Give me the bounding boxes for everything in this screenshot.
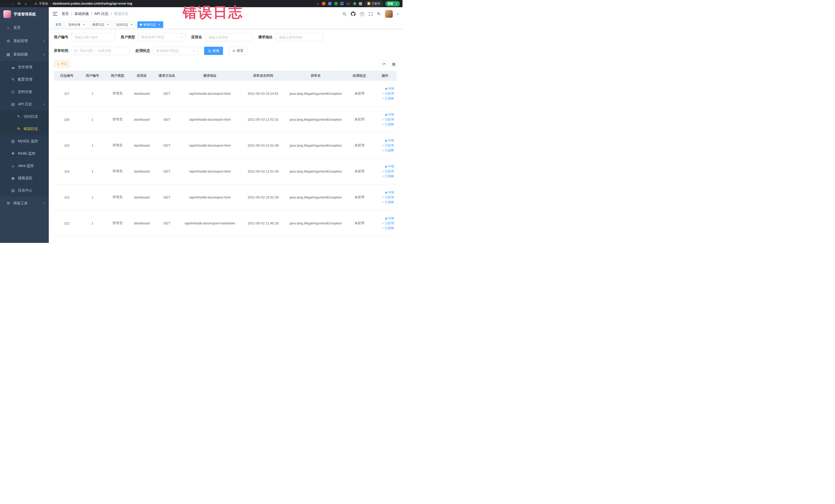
- sidebar-item-java-monitor[interactable]: ☕ Java 监控: [0, 160, 49, 172]
- processed-link[interactable]: ✓已处理: [375, 221, 394, 226]
- sidebar-toggle-icon[interactable]: [53, 12, 58, 16]
- process-status-select[interactable]: 请选择处理状态 ∨: [153, 47, 199, 55]
- cell-exception-time: 2021-05-03 23:13:51: [240, 81, 286, 106]
- sidebar-item-mysql-monitor[interactable]: ▥ MySQL 监控: [0, 135, 49, 147]
- sidebar-item-log-center[interactable]: ▤ 日志中心: [0, 184, 49, 197]
- ignored-link[interactable]: ✓已忽略: [375, 122, 394, 127]
- back-icon[interactable]: ←: [3, 0, 9, 7]
- not-secure-warning-icon[interactable]: ⚠: [34, 2, 37, 5]
- extension-paw-icon[interactable]: [359, 2, 362, 5]
- address-bar[interactable]: ⚠ 不安全 | dashboard.yudao.iocoder.cn/infra…: [32, 1, 313, 7]
- sidebar-item-config-management[interactable]: ✎ 配置管理: [0, 74, 49, 86]
- cloud-icon: ☁: [10, 65, 16, 69]
- browser-menu-icon[interactable]: ⋮: [395, 2, 398, 5]
- extension-leaf-icon[interactable]: [353, 2, 356, 5]
- tab-access-logs[interactable]: 访问日志 ×: [114, 21, 136, 28]
- extension-on-badge[interactable]: on: [346, 2, 351, 5]
- processed-link[interactable]: ✓已处理: [375, 117, 394, 122]
- caret-down-icon[interactable]: ▾: [397, 13, 399, 15]
- sidebar-item-home[interactable]: ⌂ 首页: [0, 21, 49, 35]
- col-user-id: 用户编号: [80, 71, 105, 81]
- export-button[interactable]: 导出: [54, 61, 70, 67]
- sidebar-item-dev-tools[interactable]: ⚒ 研发工具 ∨: [0, 197, 49, 210]
- detail-link[interactable]: ◉详细: [375, 216, 394, 221]
- breadcrumb-api-logs[interactable]: API 日志: [95, 12, 108, 16]
- ignored-link[interactable]: ✓已忽略: [375, 226, 394, 230]
- bookmark-star-icon[interactable]: ☆: [316, 2, 320, 6]
- font-size-icon[interactable]: TT: [377, 12, 381, 16]
- reset-button[interactable]: ⟳ 重置: [229, 47, 247, 55]
- breadcrumb-infrastructure[interactable]: 基础设施: [75, 12, 89, 16]
- extension-icon-blue[interactable]: [328, 2, 332, 5]
- detail-link[interactable]: ◉详细: [375, 190, 394, 195]
- processed-label: 已处理: [385, 118, 394, 121]
- user-id-input[interactable]: [72, 33, 115, 41]
- processed-link[interactable]: ✓已处理: [375, 195, 394, 200]
- cell-user-type: 管理员: [105, 106, 130, 133]
- user-type-select[interactable]: 请选择用户类型 ∨: [138, 33, 186, 41]
- ignored-link[interactable]: ✓已忽略: [375, 174, 394, 179]
- sidebar: 芋道管理系统 ⌂ 首页 ⚙ 系统管理 ∨ ▦ 基础设施 ∧ ☁ 文件管理 ✎ 配…: [0, 7, 49, 243]
- fullscreen-icon[interactable]: [369, 12, 373, 16]
- cell-user-type: 管理员: [105, 184, 130, 210]
- tab-home[interactable]: 首页: [53, 21, 64, 28]
- cell-user-id: 1: [80, 133, 105, 158]
- extension-icon-green[interactable]: [334, 2, 338, 5]
- cell-user-id: 1: [80, 210, 105, 236]
- detail-link[interactable]: ◉详细: [375, 164, 394, 169]
- browser-update-button[interactable]: 更新 ⋮: [385, 1, 400, 6]
- processed-link[interactable]: ✓已处理: [375, 169, 394, 174]
- sidebar-item-file-management[interactable]: ☁ 文件管理: [0, 61, 49, 74]
- close-icon[interactable]: ×: [106, 23, 109, 26]
- cell-status: 未处理: [345, 81, 373, 106]
- breadcrumb-home[interactable]: 首页: [62, 12, 69, 16]
- help-icon[interactable]: ?: [360, 12, 364, 16]
- search-icon[interactable]: [342, 12, 347, 16]
- ignored-link[interactable]: ✓已忽略: [375, 200, 394, 205]
- close-icon[interactable]: ×: [130, 23, 133, 26]
- processed-label: 已处理: [385, 143, 394, 147]
- close-icon[interactable]: ×: [157, 23, 161, 26]
- close-icon[interactable]: ×: [82, 23, 85, 26]
- sidebar-item-redis-monitor[interactable]: ❖ Redis 监控: [0, 147, 49, 160]
- extension-icon-red[interactable]: [322, 2, 325, 5]
- refresh-table-button[interactable]: ⟳: [381, 60, 388, 67]
- exception-time-label: 异常时间: [54, 48, 68, 53]
- sidebar-item-api-logs[interactable]: ▤ API 日志 ∧: [0, 98, 49, 110]
- detail-link[interactable]: ◉详细: [375, 86, 394, 91]
- ignored-link[interactable]: ✓已忽略: [375, 96, 394, 101]
- sidebar-item-system-management[interactable]: ⚙ 系统管理 ∨: [0, 35, 49, 48]
- paused-badge[interactable]: 已暂停: [365, 1, 383, 6]
- extension-grid-icon[interactable]: [340, 2, 343, 5]
- column-settings-button[interactable]: ▦: [390, 60, 398, 67]
- github-icon[interactable]: [351, 12, 355, 16]
- tab-error-logs[interactable]: 错误日志 ×: [137, 21, 163, 28]
- app-name-input[interactable]: [205, 33, 252, 41]
- date-range-picker[interactable]: 开始日期 - 结束日期: [72, 47, 130, 55]
- tab-schedule-logs[interactable]: 调度日志 ×: [89, 21, 112, 28]
- tab-scheduled-tasks[interactable]: 定时任务 ×: [66, 21, 88, 28]
- cell-exception-name: java.lang.IllegalArgumentException: [286, 133, 345, 158]
- cell-log-id: 115: [54, 133, 80, 158]
- sidebar-item-error-logs[interactable]: ✎ 错误日志: [0, 123, 49, 135]
- avatar[interactable]: [385, 10, 393, 18]
- detail-link[interactable]: ◉详细: [375, 138, 394, 143]
- processed-link[interactable]: ✓已处理: [375, 91, 394, 96]
- browser-home-icon[interactable]: ⌂: [23, 0, 29, 7]
- search-button[interactable]: 搜索: [204, 47, 223, 55]
- reload-icon[interactable]: ⟳: [16, 0, 22, 7]
- sidebar-item-scheduled-tasks[interactable]: ◴ 定时任务: [0, 86, 49, 98]
- request-url-input[interactable]: [276, 33, 323, 41]
- detail-label: 详细: [388, 165, 394, 168]
- content: 用户编号 用户类型 请选择用户类型 ∨ 应用名 请求地址: [49, 29, 403, 243]
- sidebar-item-access-logs[interactable]: ✎ 访问日志: [0, 110, 49, 123]
- app-logo[interactable]: 芋道管理系统: [0, 7, 49, 21]
- ignored-link[interactable]: ✓已忽略: [375, 148, 394, 153]
- table-row: 114 1 管理员 dashboard GET /api/infra/db-do…: [54, 158, 396, 184]
- detail-link[interactable]: ◉详细: [375, 112, 394, 117]
- processed-link[interactable]: ✓已处理: [375, 143, 394, 148]
- sidebar-item-infrastructure[interactable]: ▦ 基础设施 ∧: [0, 48, 49, 61]
- cell-method: GET: [154, 106, 180, 133]
- sidebar-item-tracing[interactable]: ◉ 链路追踪: [0, 172, 49, 184]
- forward-icon[interactable]: →: [9, 0, 15, 7]
